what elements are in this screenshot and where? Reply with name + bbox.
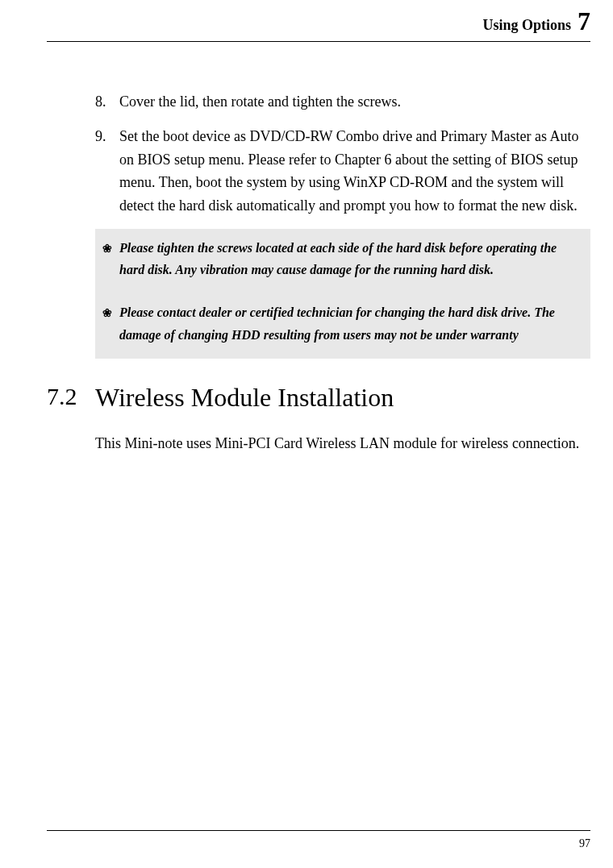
note-callout-box: ❀ Please tighten the screws located at e… [95, 229, 590, 359]
section-body-text: This Mini-note uses Mini-PCI Card Wirele… [95, 432, 590, 455]
list-item-number: 9. [95, 125, 119, 218]
list-item-text: Set the boot device as DVD/CD-RW Combo d… [119, 125, 590, 218]
ordered-list-item: 8. Cover the lid, then rotate and tighte… [95, 90, 590, 114]
list-item-number: 8. [95, 90, 119, 114]
note-text: Please contact dealer or certified techn… [119, 301, 582, 345]
note-bullet-icon: ❀ [95, 237, 119, 280]
page-content: 8. Cover the lid, then rotate and tighte… [47, 90, 590, 455]
page-footer: 97 [47, 830, 590, 850]
note-bullet-icon: ❀ [95, 301, 119, 345]
note-item: ❀ Please tighten the screws located at e… [95, 229, 590, 293]
section-title: Wireless Module Installation [95, 383, 590, 413]
page-number: 97 [579, 837, 590, 849]
note-item: ❀ Please contact dealer or certified tec… [95, 293, 590, 358]
header-title: Using Options [482, 17, 571, 33]
section-heading: 7.2 Wireless Module Installation [47, 383, 590, 413]
ordered-list-item: 9. Set the boot device as DVD/CD-RW Comb… [95, 125, 590, 218]
list-item-text: Cover the lid, then rotate and tighten t… [119, 90, 590, 114]
page-header: Using Options 7 [47, 0, 590, 42]
header-chapter-number: 7 [578, 6, 590, 35]
note-text: Please tighten the screws located at eac… [119, 237, 582, 280]
section-number: 7.2 [47, 383, 95, 410]
